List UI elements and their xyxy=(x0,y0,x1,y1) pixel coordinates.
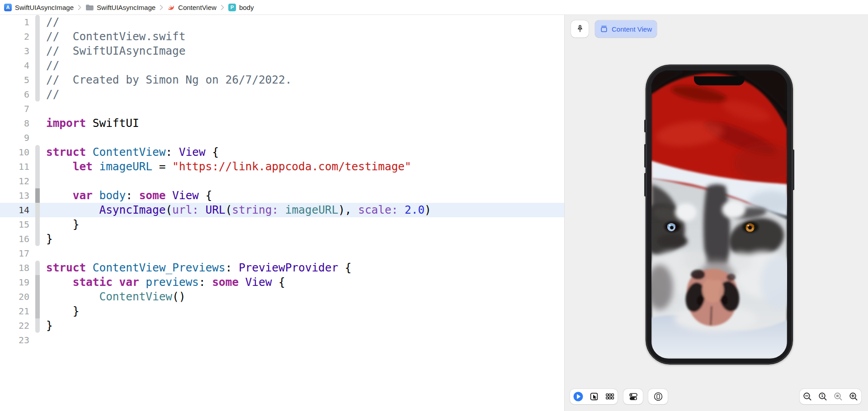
line-number: 1 xyxy=(0,15,29,29)
source-change-bar xyxy=(35,188,40,203)
change-bar-gutter xyxy=(35,304,40,318)
code-line[interactable]: 23 xyxy=(0,333,564,347)
change-bar-gutter xyxy=(35,232,40,246)
zoom-out-icon[interactable] xyxy=(800,389,815,404)
chevron-right-icon xyxy=(160,5,163,10)
source-change-bar xyxy=(35,318,40,333)
source-change-bar xyxy=(35,290,40,304)
code-line[interactable]: 11 let imageURL = "https://link.appcoda.… xyxy=(0,159,564,174)
change-bar-gutter xyxy=(35,145,40,159)
code-editor[interactable]: 1//2// ContentView.swift3// SwiftUIAsync… xyxy=(0,15,564,411)
line-number: 5 xyxy=(0,73,29,87)
code-line[interactable]: 21 } xyxy=(0,304,564,318)
line-number: 4 xyxy=(0,58,29,73)
change-bar-gutter xyxy=(35,44,40,58)
zoom-to-fit-icon xyxy=(831,389,846,404)
preview-on-device-button[interactable] xyxy=(648,389,668,404)
project-app-icon: A xyxy=(4,4,12,11)
device-screen[interactable] xyxy=(651,70,787,359)
code-line[interactable]: 12 xyxy=(0,174,564,188)
selectable-mode-icon[interactable] xyxy=(586,389,601,404)
volume-up-button xyxy=(644,144,646,168)
code-line[interactable]: 17 xyxy=(0,246,564,261)
change-bar-gutter xyxy=(35,73,40,87)
live-preview-play-icon[interactable] xyxy=(571,389,585,404)
line-number: 3 xyxy=(0,44,29,58)
code-text: // Created by Simon Ng on 26/7/2022. xyxy=(46,73,292,87)
swift-file-icon xyxy=(167,4,175,11)
preview-mode-segmented-control xyxy=(570,389,618,404)
breadcrumb-item-project[interactable]: A SwiftUIAsyncImage xyxy=(4,4,74,11)
code-line[interactable]: 7 xyxy=(0,102,564,116)
mute-switch xyxy=(644,120,646,132)
source-change-bar xyxy=(35,145,40,159)
code-line[interactable]: 8import SwiftUI xyxy=(0,116,564,131)
content-view-label: Content View xyxy=(612,25,652,33)
content-view-preview-button[interactable]: Content View xyxy=(595,20,657,37)
change-bar-gutter xyxy=(35,275,40,290)
chevron-right-icon xyxy=(221,5,224,10)
change-bar-gutter xyxy=(35,217,40,232)
code-text: } xyxy=(46,304,79,318)
code-text: // xyxy=(46,15,59,29)
code-line[interactable]: 20 ContentView() xyxy=(0,290,564,304)
line-number: 8 xyxy=(0,116,29,131)
change-bar-gutter xyxy=(35,131,40,145)
zoom-actual-size-icon[interactable]: 1 xyxy=(816,389,830,404)
chevron-right-icon xyxy=(78,5,81,10)
code-line[interactable]: 18struct ContentView_Previews: PreviewPr… xyxy=(0,261,564,275)
code-text: import SwiftUI xyxy=(46,116,139,131)
async-image-photo xyxy=(651,70,787,359)
preview-canvas-pane: Content View xyxy=(564,15,868,411)
code-line[interactable]: 9 xyxy=(0,131,564,145)
source-change-bar xyxy=(35,87,40,102)
line-number: 22 xyxy=(0,318,29,333)
code-line[interactable]: 2// ContentView.swift xyxy=(0,29,564,44)
view-canvas-icon xyxy=(600,25,608,33)
code-line[interactable]: 22} xyxy=(0,318,564,333)
change-bar-gutter xyxy=(35,58,40,73)
code-text: AsyncImage(url: URL(string: imageURL), s… xyxy=(46,203,431,217)
line-number: 7 xyxy=(0,102,29,116)
code-text: } xyxy=(46,318,53,333)
code-text: struct ContentView: View { xyxy=(46,145,219,159)
code-line[interactable]: 10struct ContentView: View { xyxy=(0,145,564,159)
volume-down-button xyxy=(644,173,646,196)
line-number: 10 xyxy=(0,145,29,159)
code-text: // xyxy=(46,87,59,102)
code-line[interactable]: 14 AsyncImage(url: URL(string: imageURL)… xyxy=(0,203,564,217)
code-text: static var previews: some View { xyxy=(46,275,285,290)
code-line[interactable]: 6// xyxy=(0,87,564,102)
line-number: 18 xyxy=(0,261,29,275)
code-line[interactable]: 13 var body: some View { xyxy=(0,188,564,203)
code-line[interactable]: 16} xyxy=(0,232,564,246)
source-change-bar xyxy=(35,275,40,290)
change-bar-gutter xyxy=(35,290,40,304)
zoom-controls: 1 xyxy=(800,389,861,404)
line-number: 15 xyxy=(0,217,29,232)
code-text: ContentView() xyxy=(46,290,185,304)
code-line[interactable]: 15 } xyxy=(0,217,564,232)
code-line[interactable]: 3// SwiftUIAsyncImage xyxy=(0,44,564,58)
breadcrumb-item-group[interactable]: SwiftUIAsyncImage xyxy=(85,4,156,11)
zoom-in-icon[interactable] xyxy=(846,389,861,404)
code-line[interactable]: 19 static var previews: some View { xyxy=(0,275,564,290)
line-number: 21 xyxy=(0,304,29,318)
code-line[interactable]: 1// xyxy=(0,15,564,29)
code-line[interactable]: 4// xyxy=(0,58,564,73)
code-lines: 1//2// ContentView.swift3// SwiftUIAsync… xyxy=(0,15,564,347)
change-bar-gutter xyxy=(35,261,40,275)
code-text: let imageURL = "https://link.appcoda.com… xyxy=(46,159,411,174)
jump-bar: A SwiftUIAsyncImage SwiftUIAsyncImage Co… xyxy=(0,0,868,15)
source-change-bar xyxy=(35,217,40,232)
pin-preview-button[interactable] xyxy=(571,20,589,37)
line-number: 12 xyxy=(0,174,29,188)
device-settings-button[interactable] xyxy=(623,389,643,404)
line-number: 11 xyxy=(0,159,29,174)
code-line[interactable]: 5// Created by Simon Ng on 26/7/2022. xyxy=(0,73,564,87)
line-number: 19 xyxy=(0,275,29,290)
breadcrumb-item-symbol[interactable]: P body xyxy=(228,4,254,11)
variants-grid-icon[interactable] xyxy=(602,389,617,404)
source-change-bar xyxy=(35,58,40,73)
breadcrumb-item-file[interactable]: ContentView xyxy=(167,4,217,11)
